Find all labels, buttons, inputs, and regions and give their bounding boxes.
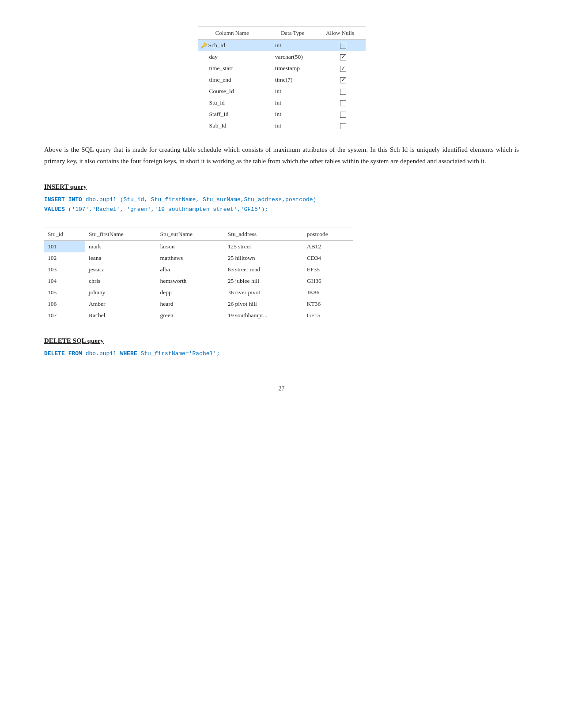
col-header-type: Data Type bbox=[271, 27, 321, 40]
data-table: Stu_idStu_firstNameStu_surNameStu_addres… bbox=[44, 228, 353, 321]
table-cell: 25 hilltown bbox=[224, 252, 303, 264]
schema-col-name: time_end bbox=[198, 74, 271, 86]
table-cell: 104 bbox=[44, 275, 85, 287]
table-cell: 26 pivot hill bbox=[224, 298, 303, 310]
checkbox-unchecked bbox=[340, 100, 346, 106]
table-cell: chris bbox=[85, 275, 156, 287]
table-cell: mark bbox=[85, 240, 156, 252]
schema-col-null bbox=[321, 74, 365, 86]
checkbox-unchecked bbox=[340, 123, 346, 129]
table-cell: Amber bbox=[85, 298, 156, 310]
table-cell: depp bbox=[157, 287, 224, 298]
table-cell: leana bbox=[85, 252, 156, 264]
table-cell: 106 bbox=[44, 298, 85, 310]
table-cell: 19 southhampt... bbox=[224, 310, 303, 321]
schema-col-null bbox=[321, 97, 365, 109]
table-cell: 103 bbox=[44, 264, 85, 275]
table-cell: 36 river pivot bbox=[224, 287, 303, 298]
schema-col-type: varchar(50) bbox=[271, 51, 321, 63]
schema-col-null bbox=[321, 40, 365, 52]
schema-col-type: int bbox=[271, 109, 321, 120]
data-table-wrapper: Stu_idStu_firstNameStu_surNameStu_addres… bbox=[44, 228, 519, 321]
schema-col-name: Sub_Id bbox=[198, 120, 271, 131]
schema-table: Column Name Data Type Allow Nulls 🔑Sch_I… bbox=[198, 26, 366, 131]
checkbox-checked bbox=[340, 66, 346, 72]
table-cell: larson bbox=[157, 240, 224, 252]
schema-col-name: Stu_id bbox=[198, 97, 271, 109]
checkbox-unchecked bbox=[340, 112, 346, 118]
checkbox-unchecked bbox=[340, 89, 346, 95]
table-cell: 107 bbox=[44, 310, 85, 321]
schema-col-type: timestamp bbox=[271, 63, 321, 74]
schema-col-type: int bbox=[271, 120, 321, 131]
insert-code: INSERT INTO dbo.pupil (Stu_id, Stu_first… bbox=[44, 195, 519, 214]
table-cell: GH36 bbox=[303, 275, 353, 287]
delete-code: DELETE FROM dbo.pupil WHERE Stu_firstNam… bbox=[44, 349, 519, 359]
schema-col-null bbox=[321, 109, 365, 120]
table-cell: 63 street road bbox=[224, 264, 303, 275]
schema-col-null bbox=[321, 86, 365, 97]
table-cell: AB12 bbox=[303, 240, 353, 252]
table-cell: johnny bbox=[85, 287, 156, 298]
table-row: 105johnnydepp36 river pivotJK86 bbox=[44, 287, 353, 298]
checkbox-unchecked bbox=[340, 43, 346, 49]
data-col-header: Stu_firstName bbox=[85, 228, 156, 240]
data-col-header: postcode bbox=[303, 228, 353, 240]
page-number: 27 bbox=[44, 385, 519, 392]
delete-header: DELETE SQL query bbox=[44, 337, 519, 345]
table-cell: EF35 bbox=[303, 264, 353, 275]
data-col-header: Stu_id bbox=[44, 228, 85, 240]
table-cell: 102 bbox=[44, 252, 85, 264]
table-cell: CD34 bbox=[303, 252, 353, 264]
schema-col-null bbox=[321, 120, 365, 131]
data-col-header: Stu_surName bbox=[157, 228, 224, 240]
schema-table-container: Column Name Data Type Allow Nulls 🔑Sch_I… bbox=[44, 26, 519, 131]
schema-col-type: int bbox=[271, 86, 321, 97]
code-line: DELETE FROM dbo.pupil WHERE Stu_firstNam… bbox=[44, 349, 519, 359]
table-cell: jessica bbox=[85, 264, 156, 275]
table-row: 106Amberheard26 pivot hillKT36 bbox=[44, 298, 353, 310]
table-cell: 125 street bbox=[224, 240, 303, 252]
table-cell: KT36 bbox=[303, 298, 353, 310]
schema-col-name: 🔑Sch_Id bbox=[198, 40, 271, 52]
col-header-nulls: Allow Nulls bbox=[321, 27, 365, 40]
data-col-header: Stu_address bbox=[224, 228, 303, 240]
insert-section: INSERT query INSERT INTO dbo.pupil (Stu_… bbox=[44, 183, 519, 214]
schema-col-type: time(7) bbox=[271, 74, 321, 86]
schema-col-name: Staff_Id bbox=[198, 109, 271, 120]
table-cell: alba bbox=[157, 264, 224, 275]
checkbox-checked bbox=[340, 54, 346, 60]
code-line: VALUES ('107','Rachel', 'green','19 sout… bbox=[44, 205, 519, 214]
insert-header: INSERT query bbox=[44, 183, 519, 191]
table-row: 104chrishemsworth25 jublee hillGH36 bbox=[44, 275, 353, 287]
schema-col-name: time_start bbox=[198, 63, 271, 74]
delete-section: DELETE SQL query DELETE FROM dbo.pupil W… bbox=[44, 337, 519, 359]
schema-col-name: Course_Id bbox=[198, 86, 271, 97]
col-header-name: Column Name bbox=[198, 27, 271, 40]
primary-key-icon: 🔑 bbox=[200, 42, 207, 49]
table-cell: 101 bbox=[44, 240, 85, 252]
table-cell: hemsworth bbox=[157, 275, 224, 287]
description-text: Above is the SQL query that is made for … bbox=[44, 144, 519, 167]
schema-col-type: int bbox=[271, 97, 321, 109]
schema-col-null bbox=[321, 51, 365, 63]
table-cell: green bbox=[157, 310, 224, 321]
table-row: 103jessicaalba63 street roadEF35 bbox=[44, 264, 353, 275]
code-line: INSERT INTO dbo.pupil (Stu_id, Stu_first… bbox=[44, 195, 519, 205]
table-cell: JK86 bbox=[303, 287, 353, 298]
schema-col-type: int bbox=[271, 40, 321, 52]
table-cell: Rachel bbox=[85, 310, 156, 321]
table-cell: heard bbox=[157, 298, 224, 310]
table-row: 107Rachelgreen19 southhampt...GF15 bbox=[44, 310, 353, 321]
table-cell: matthews bbox=[157, 252, 224, 264]
table-row: 102leanamatthews25 hilltownCD34 bbox=[44, 252, 353, 264]
table-cell: GF15 bbox=[303, 310, 353, 321]
table-cell: 25 jublee hill bbox=[224, 275, 303, 287]
checkbox-checked bbox=[340, 77, 346, 83]
schema-col-name: day bbox=[198, 51, 271, 63]
table-cell: 105 bbox=[44, 287, 85, 298]
schema-col-null bbox=[321, 63, 365, 74]
table-row: 101marklarson125 streetAB12 bbox=[44, 240, 353, 252]
